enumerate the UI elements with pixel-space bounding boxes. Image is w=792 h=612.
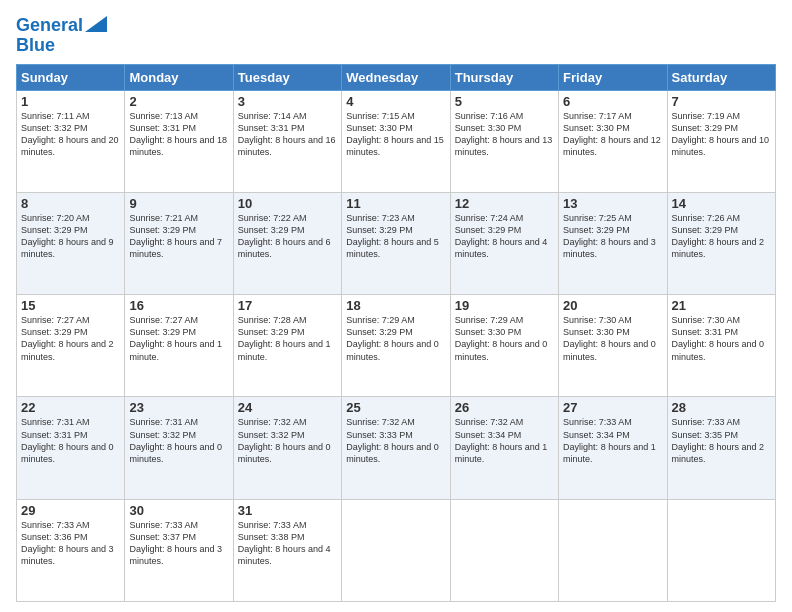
- day-number: 29: [21, 503, 120, 518]
- logo-blue: Blue: [16, 36, 55, 56]
- day-number: 17: [238, 298, 337, 313]
- day-number: 18: [346, 298, 445, 313]
- day-number: 1: [21, 94, 120, 109]
- calendar-cell: 17Sunrise: 7:28 AMSunset: 3:29 PMDayligh…: [233, 295, 341, 397]
- cell-info: Sunrise: 7:28 AMSunset: 3:29 PMDaylight:…: [238, 315, 331, 361]
- day-number: 21: [672, 298, 771, 313]
- calendar-header-monday: Monday: [125, 64, 233, 90]
- calendar-table: SundayMondayTuesdayWednesdayThursdayFrid…: [16, 64, 776, 602]
- day-number: 10: [238, 196, 337, 211]
- cell-info: Sunrise: 7:31 AMSunset: 3:31 PMDaylight:…: [21, 417, 114, 463]
- calendar-cell: 29Sunrise: 7:33 AMSunset: 3:36 PMDayligh…: [17, 499, 125, 601]
- day-number: 24: [238, 400, 337, 415]
- cell-info: Sunrise: 7:31 AMSunset: 3:32 PMDaylight:…: [129, 417, 222, 463]
- day-number: 4: [346, 94, 445, 109]
- calendar-week-row: 29Sunrise: 7:33 AMSunset: 3:36 PMDayligh…: [17, 499, 776, 601]
- calendar-cell: 1Sunrise: 7:11 AMSunset: 3:32 PMDaylight…: [17, 90, 125, 192]
- calendar-header-sunday: Sunday: [17, 64, 125, 90]
- page: General Blue SundayMondayTuesdayWednesda…: [0, 0, 792, 612]
- calendar-cell: 24Sunrise: 7:32 AMSunset: 3:32 PMDayligh…: [233, 397, 341, 499]
- day-number: 7: [672, 94, 771, 109]
- calendar-week-row: 22Sunrise: 7:31 AMSunset: 3:31 PMDayligh…: [17, 397, 776, 499]
- cell-info: Sunrise: 7:33 AMSunset: 3:37 PMDaylight:…: [129, 520, 222, 566]
- day-number: 15: [21, 298, 120, 313]
- svg-marker-0: [85, 16, 107, 32]
- day-number: 8: [21, 196, 120, 211]
- calendar-header-tuesday: Tuesday: [233, 64, 341, 90]
- day-number: 19: [455, 298, 554, 313]
- cell-info: Sunrise: 7:19 AMSunset: 3:29 PMDaylight:…: [672, 111, 770, 157]
- cell-info: Sunrise: 7:33 AMSunset: 3:34 PMDaylight:…: [563, 417, 656, 463]
- calendar-cell: 12Sunrise: 7:24 AMSunset: 3:29 PMDayligh…: [450, 192, 558, 294]
- calendar-cell: 7Sunrise: 7:19 AMSunset: 3:29 PMDaylight…: [667, 90, 775, 192]
- day-number: 6: [563, 94, 662, 109]
- cell-info: Sunrise: 7:32 AMSunset: 3:32 PMDaylight:…: [238, 417, 331, 463]
- calendar-cell: 5Sunrise: 7:16 AMSunset: 3:30 PMDaylight…: [450, 90, 558, 192]
- cell-info: Sunrise: 7:24 AMSunset: 3:29 PMDaylight:…: [455, 213, 548, 259]
- calendar-cell: 20Sunrise: 7:30 AMSunset: 3:30 PMDayligh…: [559, 295, 667, 397]
- cell-info: Sunrise: 7:33 AMSunset: 3:35 PMDaylight:…: [672, 417, 765, 463]
- cell-info: Sunrise: 7:11 AMSunset: 3:32 PMDaylight:…: [21, 111, 119, 157]
- calendar-cell: 10Sunrise: 7:22 AMSunset: 3:29 PMDayligh…: [233, 192, 341, 294]
- calendar-week-row: 8Sunrise: 7:20 AMSunset: 3:29 PMDaylight…: [17, 192, 776, 294]
- day-number: 25: [346, 400, 445, 415]
- cell-info: Sunrise: 7:15 AMSunset: 3:30 PMDaylight:…: [346, 111, 444, 157]
- cell-info: Sunrise: 7:23 AMSunset: 3:29 PMDaylight:…: [346, 213, 439, 259]
- calendar-cell: 23Sunrise: 7:31 AMSunset: 3:32 PMDayligh…: [125, 397, 233, 499]
- calendar-cell: 14Sunrise: 7:26 AMSunset: 3:29 PMDayligh…: [667, 192, 775, 294]
- day-number: 12: [455, 196, 554, 211]
- logo-text: General: [16, 16, 83, 36]
- cell-info: Sunrise: 7:29 AMSunset: 3:29 PMDaylight:…: [346, 315, 439, 361]
- calendar-header-row: SundayMondayTuesdayWednesdayThursdayFrid…: [17, 64, 776, 90]
- day-number: 2: [129, 94, 228, 109]
- cell-info: Sunrise: 7:21 AMSunset: 3:29 PMDaylight:…: [129, 213, 222, 259]
- calendar-cell: 25Sunrise: 7:32 AMSunset: 3:33 PMDayligh…: [342, 397, 450, 499]
- day-number: 16: [129, 298, 228, 313]
- calendar-cell: 18Sunrise: 7:29 AMSunset: 3:29 PMDayligh…: [342, 295, 450, 397]
- cell-info: Sunrise: 7:32 AMSunset: 3:34 PMDaylight:…: [455, 417, 548, 463]
- calendar-cell: 31Sunrise: 7:33 AMSunset: 3:38 PMDayligh…: [233, 499, 341, 601]
- calendar-cell: 13Sunrise: 7:25 AMSunset: 3:29 PMDayligh…: [559, 192, 667, 294]
- cell-info: Sunrise: 7:20 AMSunset: 3:29 PMDaylight:…: [21, 213, 114, 259]
- calendar-cell: 19Sunrise: 7:29 AMSunset: 3:30 PMDayligh…: [450, 295, 558, 397]
- calendar-cell: 22Sunrise: 7:31 AMSunset: 3:31 PMDayligh…: [17, 397, 125, 499]
- logo-icon: [85, 16, 107, 32]
- cell-info: Sunrise: 7:27 AMSunset: 3:29 PMDaylight:…: [129, 315, 222, 361]
- day-number: 11: [346, 196, 445, 211]
- cell-info: Sunrise: 7:13 AMSunset: 3:31 PMDaylight:…: [129, 111, 227, 157]
- calendar-cell: [450, 499, 558, 601]
- logo-general: General: [16, 15, 83, 35]
- cell-info: Sunrise: 7:14 AMSunset: 3:31 PMDaylight:…: [238, 111, 336, 157]
- calendar-week-row: 1Sunrise: 7:11 AMSunset: 3:32 PMDaylight…: [17, 90, 776, 192]
- day-number: 28: [672, 400, 771, 415]
- calendar-cell: 26Sunrise: 7:32 AMSunset: 3:34 PMDayligh…: [450, 397, 558, 499]
- calendar-cell: 30Sunrise: 7:33 AMSunset: 3:37 PMDayligh…: [125, 499, 233, 601]
- cell-info: Sunrise: 7:27 AMSunset: 3:29 PMDaylight:…: [21, 315, 114, 361]
- calendar-cell: [342, 499, 450, 601]
- calendar-cell: [559, 499, 667, 601]
- header: General Blue: [16, 16, 776, 56]
- day-number: 26: [455, 400, 554, 415]
- cell-info: Sunrise: 7:30 AMSunset: 3:30 PMDaylight:…: [563, 315, 656, 361]
- calendar-cell: 9Sunrise: 7:21 AMSunset: 3:29 PMDaylight…: [125, 192, 233, 294]
- logo: General Blue: [16, 16, 107, 56]
- calendar-cell: [667, 499, 775, 601]
- day-number: 31: [238, 503, 337, 518]
- cell-info: Sunrise: 7:29 AMSunset: 3:30 PMDaylight:…: [455, 315, 548, 361]
- day-number: 23: [129, 400, 228, 415]
- day-number: 9: [129, 196, 228, 211]
- calendar-cell: 28Sunrise: 7:33 AMSunset: 3:35 PMDayligh…: [667, 397, 775, 499]
- day-number: 14: [672, 196, 771, 211]
- cell-info: Sunrise: 7:17 AMSunset: 3:30 PMDaylight:…: [563, 111, 661, 157]
- day-number: 30: [129, 503, 228, 518]
- calendar-cell: 15Sunrise: 7:27 AMSunset: 3:29 PMDayligh…: [17, 295, 125, 397]
- calendar-cell: 3Sunrise: 7:14 AMSunset: 3:31 PMDaylight…: [233, 90, 341, 192]
- cell-info: Sunrise: 7:16 AMSunset: 3:30 PMDaylight:…: [455, 111, 553, 157]
- day-number: 13: [563, 196, 662, 211]
- day-number: 20: [563, 298, 662, 313]
- cell-info: Sunrise: 7:33 AMSunset: 3:36 PMDaylight:…: [21, 520, 114, 566]
- calendar-cell: 11Sunrise: 7:23 AMSunset: 3:29 PMDayligh…: [342, 192, 450, 294]
- calendar-header-wednesday: Wednesday: [342, 64, 450, 90]
- calendar-header-thursday: Thursday: [450, 64, 558, 90]
- calendar-header-saturday: Saturday: [667, 64, 775, 90]
